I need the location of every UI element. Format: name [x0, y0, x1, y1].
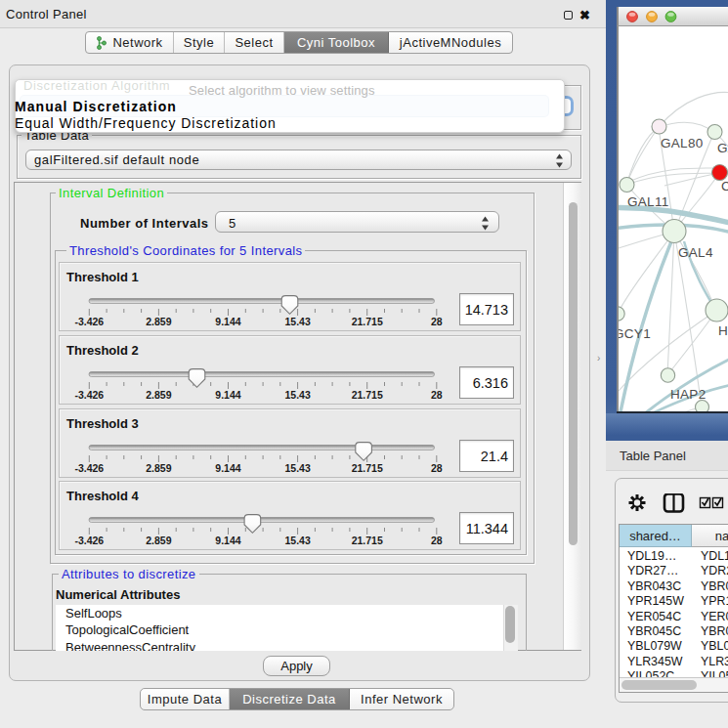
- svg-text:GAL80: GAL80: [661, 136, 704, 150]
- svg-text:2.859: 2.859: [146, 535, 171, 546]
- svg-text:15.43: 15.43: [284, 316, 310, 327]
- svg-text:HAP2: HAP2: [670, 387, 706, 402]
- svg-text:15.43: 15.43: [284, 462, 310, 474]
- svg-text:21.715: 21.715: [352, 389, 383, 401]
- svg-text:9.144: 9.144: [215, 316, 240, 327]
- svg-text:-3.426: -3.426: [74, 389, 104, 401]
- svg-text:-3.426: -3.426: [74, 535, 104, 546]
- svg-text:H: H: [718, 323, 728, 338]
- svg-text:GA: GA: [717, 141, 728, 155]
- svg-text:2.859: 2.859: [146, 316, 171, 327]
- svg-text:GAL11: GAL11: [627, 194, 669, 209]
- svg-text:C: C: [721, 179, 728, 193]
- svg-text:21.715: 21.715: [352, 316, 383, 327]
- svg-text:-3.426: -3.426: [74, 462, 104, 474]
- svg-text:9.144: 9.144: [215, 535, 240, 546]
- svg-text:15.43: 15.43: [284, 389, 310, 401]
- svg-text:15.43: 15.43: [284, 535, 310, 546]
- svg-text:2.859: 2.859: [146, 462, 171, 474]
- svg-text:9.144: 9.144: [215, 462, 240, 474]
- svg-text:-3.426: -3.426: [74, 316, 104, 327]
- svg-text:28: 28: [431, 389, 443, 401]
- svg-text:21.715: 21.715: [352, 535, 383, 546]
- svg-text:GCY1: GCY1: [619, 326, 651, 341]
- svg-text:9.144: 9.144: [215, 389, 240, 401]
- svg-text:28: 28: [431, 535, 443, 546]
- svg-text:28: 28: [431, 462, 443, 474]
- svg-text:GAL4: GAL4: [678, 245, 713, 260]
- svg-text:21.715: 21.715: [352, 462, 383, 474]
- svg-text:28: 28: [431, 316, 443, 327]
- svg-text:2.859: 2.859: [146, 389, 171, 401]
